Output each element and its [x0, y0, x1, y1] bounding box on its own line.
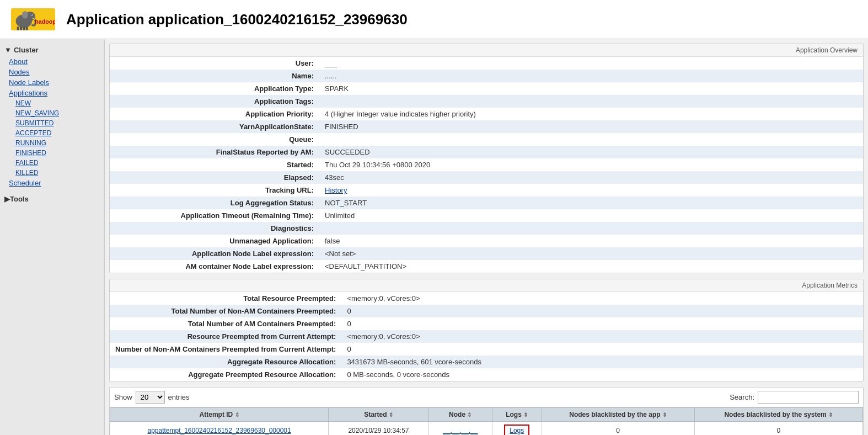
metrics-label-6: Aggregate Preempted Resource Allocation:	[110, 368, 341, 381]
col-started[interactable]: Started ⇕	[329, 408, 429, 422]
overview-label-12: Application Timeout (Remaining Time):	[110, 209, 319, 222]
metrics-table: Total Resource Preempted:<memory:0, vCor…	[110, 292, 863, 381]
overview-value-0: ___	[319, 57, 863, 70]
overview-label-2: Application Type:	[110, 82, 319, 95]
overview-label-3: Application Tags:	[110, 95, 319, 108]
overview-value-8: Thu Oct 29 10:34:56 +0800 2020	[319, 158, 863, 171]
overview-value-4: 4 (Higher Integer value indicates higher…	[319, 108, 863, 120]
entries-label: entries	[168, 393, 190, 401]
search-area: Search:	[730, 391, 859, 404]
col-nodes-blacklisted-system[interactable]: Nodes blacklisted by the system ⇕	[694, 408, 862, 422]
metrics-value-5: 3431673 MB-seconds, 601 vcore-seconds	[341, 356, 863, 368]
overview-value-6	[319, 133, 863, 146]
attempts-table: Attempt ID ⇕ Started ⇕ Node ⇕ Logs ⇕ Nod	[110, 407, 863, 435]
metrics-label-4: Number of Non-AM Containers Preempted fr…	[110, 343, 341, 356]
attempt-id-cell[interactable]: appattempt_1600240216152_23969630_000001	[110, 422, 329, 436]
metrics-value-4: 0	[341, 343, 863, 356]
overview-label-5: YarnApplicationState:	[110, 120, 319, 133]
overview-label-10: Tracking URL:	[110, 184, 319, 197]
overview-label-4: Application Priority:	[110, 108, 319, 120]
sidebar-sub-finished[interactable]: FINISHED	[0, 148, 104, 158]
tools-section-header[interactable]: ▶Tools	[0, 193, 104, 205]
overview-table: User:___Name:......Application Type:SPAR…	[110, 57, 863, 273]
blacklisted-app-cell: 0	[542, 422, 694, 436]
overview-label-8: Started:	[110, 158, 319, 171]
sidebar-sub-accepted[interactable]: ACCEPTED	[0, 128, 104, 138]
show-label: Show	[114, 393, 132, 401]
sidebar-item-nodes[interactable]: Nodes	[0, 67, 104, 77]
sidebar-sub-killed[interactable]: KILLED	[0, 168, 104, 178]
svg-text:hadoop: hadoop	[35, 18, 55, 25]
metrics-label-1: Total Number of Non-AM Containers Preemp…	[110, 305, 341, 317]
col-nodes-blacklisted-app[interactable]: Nodes blacklisted by the app ⇕	[542, 408, 694, 422]
metrics-value-1: 0	[341, 305, 863, 317]
svg-rect-7	[20, 26, 22, 30]
svg-point-5	[31, 14, 32, 15]
overview-value-9: 43sec	[319, 171, 863, 184]
table-row: appattempt_1600240216152_23969630_000001…	[110, 422, 863, 436]
overview-value-7: SUCCEEDED	[319, 146, 863, 158]
metrics-value-3: <memory:0, vCores:0>	[341, 330, 863, 343]
metrics-label-5: Aggregate Resource Allocation:	[110, 356, 341, 368]
overview-value-12: Unlimited	[319, 209, 863, 222]
overview-label-14: Unmanaged Application:	[110, 235, 319, 247]
sidebar: ▼Cluster About Nodes Node Labels Applica…	[0, 39, 105, 435]
sidebar-item-node-labels[interactable]: Node Labels	[0, 77, 104, 88]
overview-label-11: Log Aggregation Status:	[110, 197, 319, 209]
overview-value-2: SPARK	[319, 82, 863, 95]
overview-value-5: FINISHED	[319, 120, 863, 133]
metrics-value-2: 0	[341, 317, 863, 330]
entries-select[interactable]: 20 50 100	[136, 391, 165, 404]
overview-label-16: AM container Node Label expression:	[110, 260, 319, 273]
overview-label-13: Diagnostics:	[110, 222, 319, 235]
cluster-section-header[interactable]: ▼Cluster	[0, 44, 104, 56]
overview-value-16: <DEFAULT_PARTITION>	[319, 260, 863, 273]
overview-label-15: Application Node Label expression:	[110, 247, 319, 260]
metrics-value-0: <memory:0, vCores:0>	[341, 292, 863, 305]
logs-cell[interactable]: Logs	[492, 422, 542, 436]
main-content: Application Overview User:___Name:......…	[105, 39, 868, 435]
sidebar-item-about[interactable]: About	[0, 56, 104, 67]
page-title: Application application_1600240216152_23…	[66, 11, 408, 28]
overview-value-1: ......	[319, 70, 863, 82]
svg-rect-9	[26, 26, 28, 30]
col-logs[interactable]: Logs ⇕	[492, 408, 542, 422]
overview-value-15: <Not set>	[319, 247, 863, 260]
search-input[interactable]	[758, 391, 859, 404]
metrics-title: Application Metrics	[110, 279, 863, 292]
overview-value-3	[319, 95, 863, 108]
sidebar-item-scheduler[interactable]: Scheduler	[0, 178, 104, 188]
sidebar-item-applications[interactable]: Applications	[0, 88, 104, 98]
started-cell: 2020/10/29 10:34:57	[329, 422, 429, 436]
sidebar-sub-new-saving[interactable]: NEW_SAVING	[0, 108, 104, 118]
svg-rect-6	[17, 26, 19, 30]
sidebar-sub-running[interactable]: RUNNING	[0, 138, 104, 148]
svg-point-3	[22, 11, 28, 18]
table-controls: Show 20 50 100 entries Search:	[110, 388, 863, 407]
metrics-value-6: 0 MB-seconds, 0 vcore-seconds	[341, 368, 863, 381]
overview-value-10[interactable]: History	[319, 184, 863, 197]
overview-section: Application Overview User:___Name:......…	[109, 44, 864, 273]
sidebar-sub-failed[interactable]: FAILED	[0, 158, 104, 168]
metrics-label-3: Resource Preempted from Current Attempt:	[110, 330, 341, 343]
overview-label-1: Name:	[110, 70, 319, 82]
search-label: Search:	[730, 393, 754, 401]
node-cell[interactable]: __.__.__.__	[428, 422, 492, 436]
hadoop-logo: hadoop	[11, 6, 55, 33]
blacklisted-system-cell: 0	[694, 422, 862, 436]
show-entries-control: Show 20 50 100 entries	[114, 391, 190, 404]
overview-title: Application Overview	[110, 44, 863, 57]
sidebar-sub-new[interactable]: NEW	[0, 98, 104, 108]
svg-rect-8	[23, 26, 25, 30]
metrics-label-0: Total Resource Preempted:	[110, 292, 341, 305]
overview-value-11: NOT_START	[319, 197, 863, 209]
overview-label-0: User:	[110, 57, 319, 70]
sidebar-sub-submitted[interactable]: SUBMITTED	[0, 118, 104, 128]
col-node[interactable]: Node ⇕	[428, 408, 492, 422]
overview-value-13	[319, 222, 863, 235]
attempts-section: Show 20 50 100 entries Search:	[109, 387, 864, 435]
overview-label-6: Queue:	[110, 133, 319, 146]
overview-label-7: FinalStatus Reported by AM:	[110, 146, 319, 158]
col-attempt-id[interactable]: Attempt ID ⇕	[110, 408, 329, 422]
metrics-section: Application Metrics Total Resource Preem…	[109, 279, 864, 381]
